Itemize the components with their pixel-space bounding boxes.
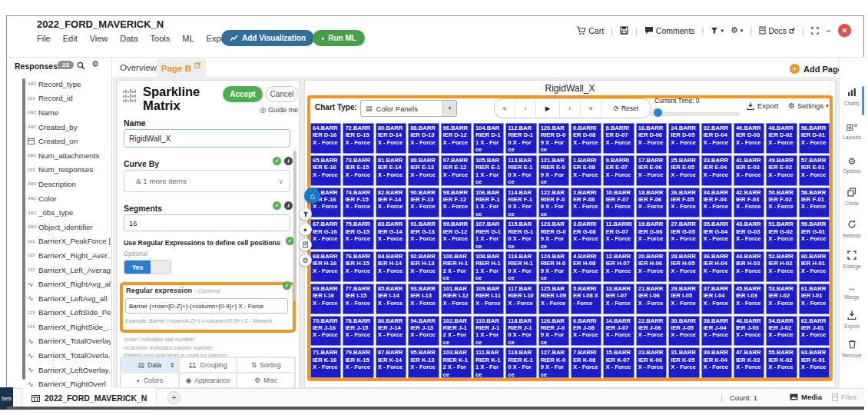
panel-cell-G-08[interactable]: 3.BARRIER G-08 X - Force [571,219,601,250]
filter-dropdown[interactable]: ▾ [711,27,724,35]
panel-cell-E-04[interactable]: 33.BARRIER E-04 X - Force [701,155,732,186]
reset-button[interactable]: ⟳Reset [601,99,651,118]
sidebar-item-barrierx-leftside-pe-[interactable]: 123BarrierX_LeftSide_Pe... [28,306,111,320]
panel-cell-D-12[interactable]: 96.BARRIER D-12 X - Force [441,123,472,154]
playback-play-button[interactable]: ▶ [536,99,560,118]
panel-cell-E-07[interactable]: 9.BARRIER E-07 X - Force [603,155,634,186]
panel-cell-G-02[interactable]: 51.BARRIER G-02 X - Force [766,219,797,250]
sidebar-item-created-by[interactable]: ABCCreated_by [28,120,111,134]
panel-cell-F-03[interactable]: 42.BARRIER F-03 X - Force [734,188,764,218]
panel-cell-H-04[interactable]: 36.BARRIER H-04 X - Force [701,251,732,282]
panel-cell-I-03[interactable]: 45.BARRIER I-03 X - Force [734,284,764,314]
comments-button[interactable]: Comments [644,26,695,35]
panel-cell-G-10[interactable]: 115.BARRIER G-10 X - Force [505,219,536,250]
panel-cell-I-13[interactable]: 93.BARRIER I-13 X - Force [408,284,439,314]
toolbar-item-remove[interactable]: Remove [839,338,865,358]
panel-cell-E-16[interactable]: 65.BARRIER E-16 X - Force [310,155,341,186]
panel-cell-I-16[interactable]: 69.BARRIER I-16 X - Force [310,284,341,314]
panel-cell-I-11[interactable]: 109.BARRIER I-11 X - Force [473,284,504,314]
form-tab-sorting[interactable]: ⇅Sorting [237,357,295,373]
panel-cell-D-16[interactable]: 64.BARRIER D-16 X - Force [310,123,341,154]
toolbar-item-merge[interactable]: ↔Merge [839,280,865,300]
toolbar-item-charts[interactable]: Charts [839,86,865,106]
sidebar-scrollbar[interactable] [22,78,25,380]
panel-cell-J-16[interactable]: 70.BARRIER J-16 X - Force [310,316,341,347]
panel-cell-E-15[interactable]: 73.BARRIER E-15 X - Force [343,155,373,186]
toolbar-item-export[interactable]: Export [839,309,865,329]
panel-cell-I-05[interactable]: 29.BARRIER I-05 X - Force [668,284,699,314]
panel-cell-E-11[interactable]: 105.BARRIER E-11 X - Force [473,155,504,186]
name-field[interactable] [124,129,290,148]
accept-button[interactable]: Accept [223,86,263,102]
panel-cell-E-14[interactable]: 81.BARRIER E-14 X - Force [376,155,406,186]
panel-cell-K-16[interactable]: 71.BARRIER K-16 X - Force [310,347,341,378]
info-icon[interactable]: i [284,201,293,210]
toolbar-item-enlarge[interactable]: Enlarge [839,249,865,269]
panel-cell-G-12[interactable]: 99.BARRIER G-12 X - Force [441,219,472,250]
panel-cell-H-15[interactable]: 76.BARRIER H-15 X - Force [343,251,373,282]
search-icon[interactable] [77,61,85,70]
files-button[interactable]: Files [832,393,856,401]
panel-cell-H-09[interactable]: 124.BARRIER H-09 X - Force [538,251,569,282]
panel-cell-I-10[interactable]: 117.BARRIER I-10 X - Force [505,284,536,314]
menu-file[interactable]: File [37,34,51,43]
panel-cell-J-10[interactable]: 118.BARRIER J-10 X - Force [505,316,536,347]
floating-file-button[interactable] [299,238,312,251]
panel-cell-H-06[interactable]: 20.BARRIER H-06 X - Force [636,251,667,282]
panel-cell-F-11[interactable]: 106.BARRIER F-11 X - Force [473,188,504,218]
sidebar-item-num-attachments[interactable]: ABCNum_attachments [28,148,111,163]
panel-cell-F-08[interactable]: 2.BARRIER F-08 X - Force [571,188,601,218]
panel-cell-G-13[interactable]: 91.BARRIER G-13 X - Force [408,219,439,250]
floating-filter-button[interactable] [299,208,312,221]
sidebar-item-barrierx-rightavg-all[interactable]: ∿BarrierX_RightAvg_all [28,277,111,291]
panel-cell-E-03[interactable]: 41.BARRIER E-03 X - Force [734,155,764,186]
time-slider-knob[interactable] [654,108,662,117]
panel-cell-J-07[interactable]: 14.BARRIER J-07 X - Force [603,316,634,347]
minimize-button[interactable]: − [826,25,831,36]
panel-cell-F-06[interactable]: 18.BARRIER F-06 X - Force [636,188,667,218]
add-page-button[interactable]: + Add Page [790,64,843,74]
panel-cell-F-12[interactable]: 98.BARRIER F-12 X - Force [441,188,472,218]
form-tab-misc[interactable]: ⚙Misc [237,373,295,388]
sidebar-item--obs-type[interactable]: ABC_obs_type [28,205,111,220]
panel-cell-D-08[interactable]: 0.BARRIER D-08 X - Force [571,123,601,154]
dropdown-caret[interactable]: ▾ [442,101,456,116]
panel-cell-F-13[interactable]: 90.BARRIER F-13 X - Force [408,188,439,218]
toolbar-item-clone[interactable]: Clone [839,186,865,206]
sidebar-item-object-identifier[interactable]: ABCObject_identifier [28,220,111,234]
panel-cell-D-05[interactable]: 24.BARRIER D-05 X - Force [668,123,699,154]
panel-cell-J-14[interactable]: 86.BARRIER J-14 X - Force [376,316,406,347]
add-dataset-button[interactable]: + [167,391,181,404]
panel-cell-J-08[interactable]: 6.BARRIER J-08 X - Force [571,316,601,347]
sidebar-item-color[interactable]: ABCColor [28,191,111,206]
sidebar-item-num-responses[interactable]: 123Num_responses [28,163,111,178]
panel-cell-K-08[interactable]: 7.BARRIER K-08 X - Force [571,347,601,378]
panel-cell-K-05[interactable]: 31.BARRIER K-05 X - Force [668,347,699,378]
floating-stop-button[interactable]: ■ [299,223,312,236]
sidebar-item-name[interactable]: ABCName [28,105,111,120]
panel-cell-H-07[interactable]: 12.BARRIER H-07 X - Force [603,251,634,282]
tab-overview[interactable]: Overview [120,63,157,72]
panel-cell-I-14[interactable]: 85.BARRIER I-14 X - Force [376,284,406,314]
panel-cell-K-11[interactable]: 111.BARRIER K-11 X - Force [473,347,504,378]
panel-cell-H-08[interactable]: 4.BARRIER H-08 X - Force [571,251,601,282]
cart-button[interactable]: Cart [576,26,604,35]
add-visualization-button[interactable]: Add Visualization [221,30,314,46]
panel-cell-K-07[interactable]: 15.BARRIER K-07 X - Force [603,347,634,378]
panel-cell-H-02[interactable]: 52.BARRIER H-02 X - Force [766,251,797,282]
panel-cell-G-07[interactable]: 11.BARRIER G-07 X - Force [603,219,634,250]
sidebar-item-barrierx-rightside-[interactable]: 123BarrierX_RightSide_... [28,320,111,334]
cancel-button[interactable]: Cancel [266,86,298,102]
panel-cell-K-10[interactable]: 119.BARRIER K-10 X - Force [505,347,536,378]
menu-ml[interactable]: ML [182,34,194,43]
form-scrollbar[interactable] [293,151,297,301]
panel-cell-K-03[interactable]: 47.BARRIER K-03 X - Force [734,347,764,378]
panel-cell-G-03[interactable]: 43.BARRIER G-03 X - Force [734,219,764,250]
panel-cell-K-06[interactable]: 23.BARRIER K-06 X - Force [636,347,667,378]
panel-cell-D-01[interactable]: 56.BARRIER D-01 X - Force [799,123,830,154]
panel-cell-K-02[interactable]: 55.BARRIER K-02 X - Force [766,347,797,378]
sidebar-item-barrierx-leftavg-all[interactable]: ∿BarrierX_LeftAvg_all [28,291,111,306]
info-icon[interactable]: i [284,157,293,165]
chart-type-select[interactable]: ▤ Color Panels ▾ [360,100,457,117]
panel-cell-K-09[interactable]: 127.BARRIER K-09 X - Force [538,347,569,378]
